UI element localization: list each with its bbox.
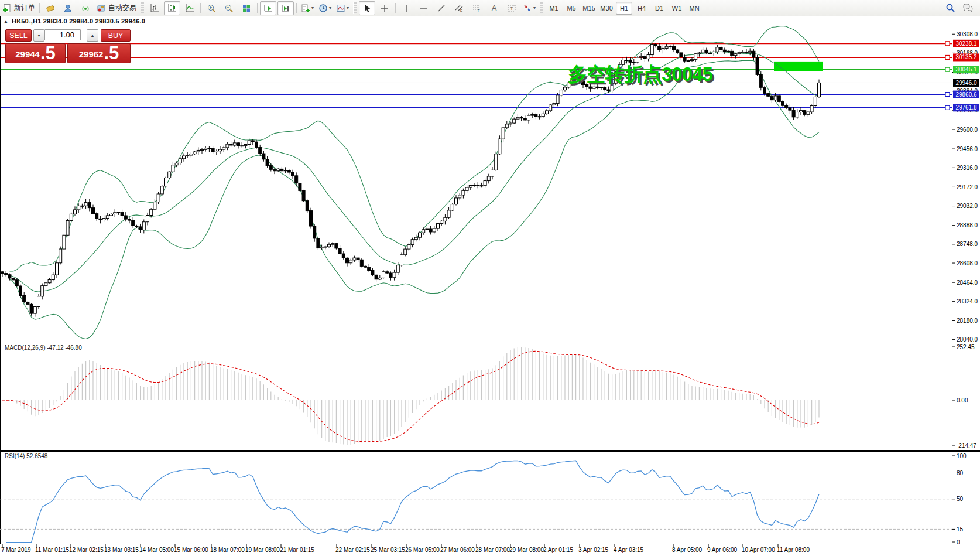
svg-text:T: T [510, 6, 513, 11]
dropdown-arrow-icon: ▾ [533, 5, 536, 11]
candlestick-chart-icon [167, 4, 177, 13]
sell-button[interactable]: SELL [5, 29, 32, 42]
volume-decrease-button[interactable]: ▼ [33, 29, 44, 42]
svg-text:15: 15 [957, 526, 964, 533]
svg-text:28324.0: 28324.0 [957, 298, 978, 305]
tile-windows-button[interactable] [238, 1, 255, 15]
toolbar-separator [296, 3, 297, 13]
sell-price-button[interactable]: 29944 .5 [5, 43, 66, 63]
svg-text:11 Apr 08:00: 11 Apr 08:00 [777, 547, 810, 553]
new-order-button[interactable]: 新订单 [1, 1, 37, 15]
buy-button[interactable]: BUY [101, 29, 131, 42]
timeframe-button-mn[interactable]: MN [686, 2, 703, 15]
text-label-icon: T [507, 4, 516, 13]
svg-text:252.45: 252.45 [957, 344, 975, 350]
zoom-out-button[interactable] [221, 1, 237, 15]
svg-text:21 Mar 01:15: 21 Mar 01:15 [280, 547, 314, 553]
macd-indicator-label: MACD(12,26,9) -47.12 -46.80 [5, 344, 82, 351]
fibonacci-tool[interactable]: F [468, 1, 485, 15]
svg-text:29 Mar 08:00: 29 Mar 08:00 [509, 547, 544, 553]
auto-trading-button[interactable]: 自动交易 [95, 1, 138, 15]
mt4-window: 30308.030168.030024.029884.029740.029600… [0, 0, 980, 556]
bar-chart-button[interactable] [146, 1, 163, 15]
auto-scroll-button[interactable] [260, 1, 276, 15]
timeframe-button-d1[interactable]: D1 [651, 2, 667, 15]
horizontal-line-tool[interactable] [416, 1, 432, 15]
toolbar-grip [540, 2, 543, 14]
line-chart-button[interactable] [181, 1, 198, 15]
equidistant-channel-tool[interactable]: E [451, 1, 467, 15]
equidistant-channel-icon: E [454, 4, 464, 13]
buy-price-button[interactable]: 29962 .5 [67, 43, 131, 63]
community-button[interactable] [60, 1, 76, 15]
templates-button[interactable]: ▾ [334, 1, 351, 15]
toolbar-separator [39, 3, 40, 13]
svg-text:29316.0: 29316.0 [957, 165, 978, 171]
chart-shift-button[interactable] [277, 1, 294, 15]
svg-text:30308.0: 30308.0 [957, 31, 978, 37]
timeframe-button-m15[interactable]: M15 [581, 2, 597, 15]
zoom-out-icon [224, 4, 234, 13]
trendline-icon [437, 4, 446, 13]
svg-text:28180.0: 28180.0 [957, 318, 978, 324]
zoom-in-button[interactable] [203, 1, 220, 15]
svg-text:9 Apr 06:00: 9 Apr 06:00 [707, 547, 738, 553]
svg-text:8 Apr 05:00: 8 Apr 05:00 [672, 547, 703, 553]
zoom-in-icon [207, 4, 216, 13]
signals-button[interactable] [77, 1, 94, 15]
tile-windows-icon [242, 4, 251, 13]
periods-button[interactable]: ▾ [317, 1, 333, 15]
fibonacci-icon: F [472, 4, 481, 13]
svg-text:29600.0: 29600.0 [957, 127, 978, 133]
indicators-button[interactable]: ▾ [299, 1, 316, 15]
vertical-line-tool[interactable] [398, 1, 414, 15]
svg-text:29860.6: 29860.6 [955, 91, 977, 98]
candlestick-chart-button[interactable] [164, 1, 180, 15]
panel-collapse-icon[interactable]: ▲ [4, 19, 8, 24]
text-label-tool[interactable]: T [503, 1, 520, 15]
crosshair-button[interactable] [376, 1, 393, 15]
eraser-icon [46, 4, 55, 13]
svg-text:4 Apr 03:15: 4 Apr 03:15 [614, 547, 644, 553]
svg-text:15 Mar 06:00: 15 Mar 06:00 [174, 547, 208, 553]
main-toolbar: 新订单 自动交易 [0, 0, 980, 16]
svg-text:50: 50 [957, 496, 964, 502]
svg-text:F: F [478, 9, 480, 12]
new-order-icon [2, 4, 12, 13]
volume-input[interactable] [44, 29, 81, 40]
svg-text:13 Mar 03:15: 13 Mar 03:15 [104, 547, 139, 553]
new-order-label: 新订单 [14, 3, 35, 13]
text-tool[interactable]: A [486, 1, 502, 15]
volume-increase-button[interactable]: ▲ [87, 29, 98, 42]
svg-text:28040.0: 28040.0 [957, 336, 978, 343]
timeframe-button-m1[interactable]: M1 [546, 2, 562, 15]
svg-text:28888.0: 28888.0 [957, 222, 978, 228]
svg-text:25 Mar 03:15: 25 Mar 03:15 [371, 547, 405, 553]
timeframe-button-h4[interactable]: H4 [633, 2, 650, 15]
svg-text:26 Mar 05:00: 26 Mar 05:00 [405, 547, 440, 553]
timeframe-button-w1[interactable]: W1 [669, 2, 685, 15]
eraser-button[interactable] [42, 1, 59, 15]
chat-button[interactable] [960, 1, 976, 15]
timeframe-toolbar: M1M5M15M30H1H4D1W1MN [545, 2, 703, 15]
toolbar-separator [257, 3, 258, 13]
svg-text:-214.47: -214.47 [957, 442, 976, 449]
vertical-line-icon [402, 4, 411, 13]
cursor-button[interactable] [359, 1, 375, 15]
arrows-tool[interactable]: ▾ [521, 1, 537, 15]
svg-text:3 Apr 02:15: 3 Apr 02:15 [578, 547, 609, 553]
trendline-tool[interactable] [433, 1, 450, 15]
buy-price-main: 29962 [79, 47, 104, 62]
auto-trading-label: 自动交易 [108, 3, 136, 13]
crosshair-icon [380, 4, 389, 13]
timeframe-button-m30[interactable]: M30 [598, 2, 615, 15]
svg-text:29172.0: 29172.0 [957, 184, 978, 190]
search-button[interactable] [942, 1, 958, 15]
svg-text:30135.2: 30135.2 [955, 54, 977, 60]
svg-text:E: E [460, 9, 462, 12]
text-tool-icon: A [492, 4, 497, 12]
timeframe-button-h1[interactable]: H1 [616, 2, 632, 15]
timeframe-button-m5[interactable]: M5 [563, 2, 580, 15]
bar-chart-icon [150, 4, 159, 13]
svg-text:12 Mar 02:15: 12 Mar 02:15 [69, 547, 104, 553]
